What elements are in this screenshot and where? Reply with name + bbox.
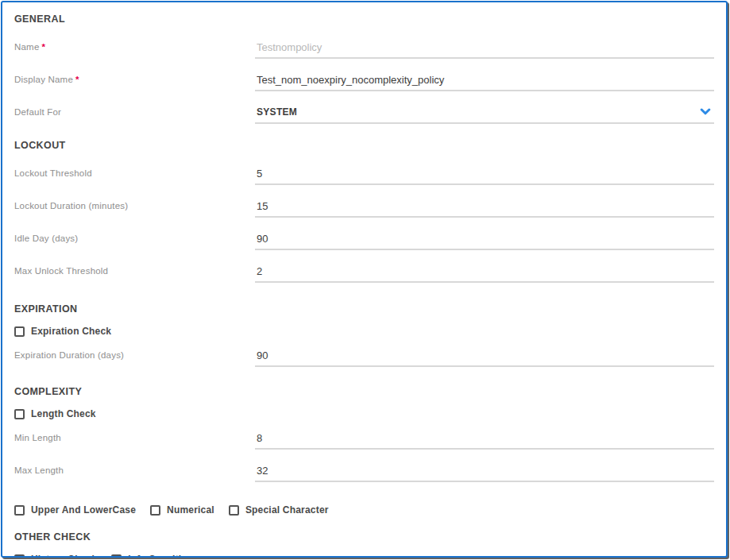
field-max-unlock-threshold: Max Unlock Threshold [14,250,714,283]
max-length-input[interactable] [255,465,714,481]
lockout-duration-input[interactable] [255,200,714,216]
policy-form-panel: GENERAL Name* Display Name* D [1,1,728,558]
field-min-length: Min Length [14,423,714,450]
section-title-complexity: COMPLEXITY [14,384,714,399]
policy-form-content: GENERAL Name* Display Name* D [2,2,726,558]
field-max-length: Max Length [14,450,714,482]
min-length-label: Min Length [14,433,255,450]
length-check-row: Length Check [14,405,714,423]
field-display-name: Display Name* [14,59,714,91]
history-check-item: History Check [14,554,97,558]
idle-day-input[interactable] [255,233,714,249]
expiration-check-checkbox[interactable] [14,326,25,337]
section-title-general: GENERAL [14,12,714,26]
name-label: Name* [14,42,255,59]
section-other-check: OTHER CHECK History Check Info Sensitive [14,530,714,558]
upper-and-lowercase-label: Upper And LowerCase [31,504,136,516]
required-asterisk: * [41,42,45,52]
section-general: GENERAL Name* Display Name* D [14,12,714,124]
upper-and-lowercase-item: Upper And LowerCase [14,504,136,516]
lockout-threshold-input[interactable] [255,168,714,183]
chevron-down-icon[interactable] [700,108,711,116]
max-length-label: Max Length [14,465,255,482]
field-default-for: Default For SYSTEM [14,91,714,124]
lockout-threshold-label: Lockout Threshold [14,168,255,185]
required-asterisk: * [75,75,79,84]
length-check-label: Length Check [31,408,96,419]
expiration-duration-input[interactable] [255,350,714,365]
section-title-other-check: OTHER CHECK [14,530,714,544]
max-unlock-threshold-label: Max Unlock Threshold [14,266,255,283]
display-name-label: Display Name* [14,75,255,91]
history-check-label: History Check [31,554,97,558]
expiration-duration-label: Expiration Duration (days) [14,350,255,367]
display-name-input[interactable] [255,74,714,90]
default-for-label: Default For [14,107,255,124]
history-check-checkbox[interactable] [14,554,25,558]
complexity-checkbox-group: Upper And LowerCase Numerical Special Ch… [14,501,714,519]
min-length-input[interactable] [255,432,714,448]
expiration-check-row: Expiration Check [14,322,714,340]
section-expiration: EXPIRATION Expiration Check Expiration D… [14,302,714,367]
length-check-checkbox[interactable] [14,409,25,419]
info-sensitive-checkbox[interactable] [111,554,122,558]
special-character-item: Special Character [229,504,329,516]
info-sensitive-label: Info Sensitive [128,554,192,558]
expiration-check-label: Expiration Check [31,326,111,337]
default-for-select[interactable]: SYSTEM [255,106,714,124]
other-check-checkbox-group: History Check Info Sensitive [14,550,714,558]
section-title-lockout: LOCKOUT [14,138,714,153]
lockout-duration-label: Lockout Duration (minutes) [14,201,255,218]
section-title-expiration: EXPIRATION [14,302,714,316]
upper-and-lowercase-checkbox[interactable] [14,505,25,516]
name-input[interactable] [255,41,714,57]
field-lockout-threshold: Lockout Threshold [14,153,714,185]
field-name: Name* [14,26,714,59]
field-lockout-duration: Lockout Duration (minutes) [14,185,714,218]
max-unlock-threshold-input[interactable] [255,265,714,281]
numerical-checkbox[interactable] [150,505,160,516]
section-lockout: LOCKOUT Lockout Threshold Lockout Durati… [14,138,714,283]
special-character-label: Special Character [245,504,329,516]
info-sensitive-item: Info Sensitive [111,554,192,558]
field-expiration-duration: Expiration Duration (days) [14,340,714,367]
section-complexity: COMPLEXITY Length Check Min Length Max L… [14,384,714,519]
idle-day-label: Idle Day (days) [14,234,255,250]
numerical-item: Numerical [150,504,214,516]
numerical-label: Numerical [167,504,214,516]
default-for-value: SYSTEM [257,106,297,118]
field-idle-day: Idle Day (days) [14,218,714,250]
special-character-checkbox[interactable] [229,505,239,516]
